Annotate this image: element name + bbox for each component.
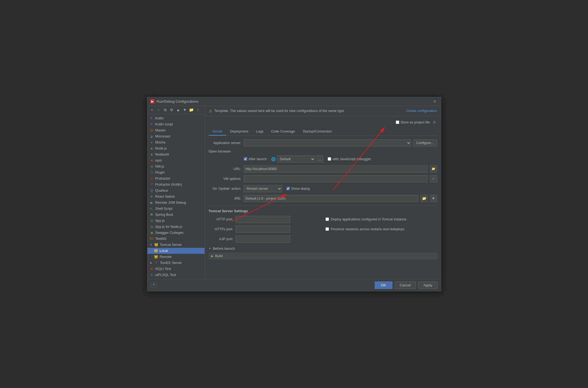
tree-item-kotlin-script[interactable]: K Kotlin script: [147, 121, 205, 127]
tab-server[interactable]: Server: [209, 128, 226, 136]
build-icon: ▶: [211, 254, 214, 258]
tree-item-react-native[interactable]: ⚛ React Native: [147, 194, 205, 200]
store-gear-button[interactable]: ⚙: [432, 120, 437, 125]
close-button[interactable]: ✕: [431, 98, 438, 105]
deploy-apps-label: Deploy applications configured in Tomcat…: [331, 217, 406, 221]
preserve-sessions-label: Preserve sessions across restarts and re…: [331, 227, 404, 231]
show-dialog-checkbox[interactable]: [286, 187, 290, 190]
build-label: Build: [215, 254, 223, 258]
tree-item-tsqlt[interactable]: ■ tSQLt Test: [147, 266, 205, 272]
tree-item-mocha[interactable]: ● Mocha: [147, 139, 205, 145]
after-launch-label: After launch: [249, 157, 267, 161]
js-debugger-checkbox[interactable]: [328, 157, 331, 161]
tab-deployment[interactable]: Deployment: [226, 128, 252, 136]
tree-item-nwjs[interactable]: ◎ NW.js: [147, 163, 205, 169]
url-browse-button[interactable]: 📁: [430, 165, 437, 173]
config-area: Store as project file ⚙ Server Deploymen…: [205, 116, 441, 279]
tab-logs[interactable]: Logs: [252, 128, 267, 136]
tree-item-label: TestNG: [155, 237, 167, 241]
ajp-port-label: AJP port:: [209, 237, 233, 241]
tree-item-plugin[interactable]: ⬡ Plugin: [147, 169, 205, 176]
tree-item-label: Spring Boot: [155, 213, 173, 217]
tree-item-maven[interactable]: m Maven: [147, 127, 205, 133]
tree-item-utplsql[interactable]: ≡ utPLSQL Test: [147, 272, 205, 278]
tree-item-nodeunit[interactable]: ◈ Nodeunit: [147, 151, 205, 157]
on-update-row: On 'Update' action: Restart server Show …: [209, 185, 437, 192]
tree-item-label: Node.js: [155, 146, 167, 150]
show-dialog-label[interactable]: Show dialog: [286, 187, 310, 191]
ajp-port-input[interactable]: [235, 235, 290, 243]
ok-button[interactable]: OK: [375, 281, 392, 289]
http-port-input[interactable]: [235, 216, 290, 223]
js-debugger-label[interactable]: with JavaScript debugger: [328, 157, 371, 161]
url-input[interactable]: [244, 165, 428, 173]
tree-item-tomcat-server[interactable]: ▼ 🐱 Tomcat Server: [147, 242, 205, 248]
tree-item-quarkus[interactable]: Q Quarkus: [147, 188, 205, 194]
js-debugger-text: with JavaScript debugger: [333, 157, 371, 161]
tree-item-tomee-server[interactable]: ▶ T TomEE Server: [147, 260, 205, 266]
tree-item-shell-script[interactable]: >_ Shell Script: [147, 206, 205, 212]
add-config-button[interactable]: +: [149, 107, 155, 113]
store-checkbox-label[interactable]: Store as project file: [396, 120, 430, 124]
help-button[interactable]: ?: [151, 282, 157, 288]
tree-item-remote-jvm[interactable]: ▶ Remote JVM Debug: [147, 200, 205, 206]
before-launch-header[interactable]: ▼ Before launch: [209, 246, 437, 251]
preserve-sessions-checkbox[interactable]: [325, 227, 329, 231]
tree-item-swagger[interactable]: ◉ Swagger Codegen: [147, 230, 205, 236]
tree-item-local[interactable]: 🐱 Local: [147, 248, 205, 254]
copy-config-button[interactable]: ⧉: [162, 107, 168, 113]
https-port-row: HTTPs port:: [209, 226, 320, 233]
create-config-link[interactable]: Create configuration: [406, 109, 437, 113]
settings-button[interactable]: ⚙: [169, 107, 175, 113]
tree-item-spy-js-node[interactable]: ◎ Spy-js for Node.js: [147, 224, 205, 230]
folder-button[interactable]: 📁: [188, 107, 194, 113]
move-up-button[interactable]: ▲: [175, 107, 181, 113]
sort-button[interactable]: ↕: [195, 107, 201, 113]
after-launch-checkbox-label[interactable]: After launch: [244, 157, 267, 161]
vm-options-expand-button[interactable]: ⤢: [430, 175, 437, 182]
move-down-button[interactable]: ▼: [182, 107, 188, 113]
apply-button[interactable]: Apply: [418, 281, 438, 289]
tree-item-testng[interactable]: NG TestNG: [147, 236, 205, 242]
ajp-port-row: AJP port:: [209, 235, 320, 243]
browse-dots-button[interactable]: ...: [316, 156, 323, 163]
remove-config-button[interactable]: −: [156, 107, 162, 113]
deploy-apps-checkbox[interactable]: [325, 217, 329, 221]
url-row: URL: 📁: [209, 165, 437, 173]
tree-item-label: Nodeunit: [155, 153, 169, 156]
maven-icon: m: [150, 128, 154, 133]
configure-button[interactable]: Configure...: [413, 139, 437, 146]
tomcat-settings-grid: HTTP port: Deploy applications configure…: [209, 216, 437, 243]
tree-item-label: Tomcat Server: [160, 243, 182, 247]
browser-select[interactable]: Default: [277, 156, 315, 163]
tree-item-spy-js[interactable]: ◎ Spy-js: [147, 218, 205, 224]
jre-input[interactable]: [244, 195, 418, 202]
app-server-select[interactable]: [244, 139, 411, 146]
on-update-select[interactable]: Restart server: [244, 185, 282, 192]
cancel-button[interactable]: Cancel: [395, 281, 416, 289]
tree-item-label: Spy-js for Node.js: [155, 225, 182, 229]
vm-options-input[interactable]: [244, 175, 428, 182]
tree-item-kotlin[interactable]: K Kotlin: [147, 115, 205, 121]
tree-item-label: TomEE Server: [160, 261, 182, 265]
jre-dropdown-button[interactable]: ▼: [430, 195, 437, 202]
tree-item-label: Protractor (Kotlin): [155, 183, 182, 186]
tab-code-coverage[interactable]: Code Coverage: [267, 128, 299, 136]
jre-browse-button[interactable]: 📁: [421, 195, 428, 202]
after-launch-checkbox[interactable]: [244, 157, 247, 161]
tree-item-protractor[interactable]: P Protractor: [147, 176, 205, 182]
local-icon: 🐱: [154, 249, 158, 253]
tree-item-protractor-kotlin[interactable]: P Protractor (Kotlin): [147, 182, 205, 188]
tree-item-nodejs[interactable]: ◈ Node.js: [147, 145, 205, 151]
tree-item-micronaut[interactable]: μ Micronaut: [147, 133, 205, 139]
store-checkbox[interactable]: [396, 120, 399, 124]
tree-item-spring-boot[interactable]: ☘ Spring Boot: [147, 212, 205, 218]
tree-item-remote[interactable]: 🐱 Remote: [147, 254, 205, 260]
https-port-input[interactable]: [235, 226, 290, 233]
banner-message: Template. The values saved here will be …: [214, 109, 344, 113]
tab-startup-connection[interactable]: Startup/Connection: [299, 128, 336, 136]
show-dialog-text: Show dialog: [291, 187, 310, 191]
browser-select-row: 🌐 Default ...: [271, 156, 323, 163]
kotlin-icon: K: [150, 116, 154, 120]
tree-item-npm[interactable]: ■ npm: [147, 157, 205, 163]
